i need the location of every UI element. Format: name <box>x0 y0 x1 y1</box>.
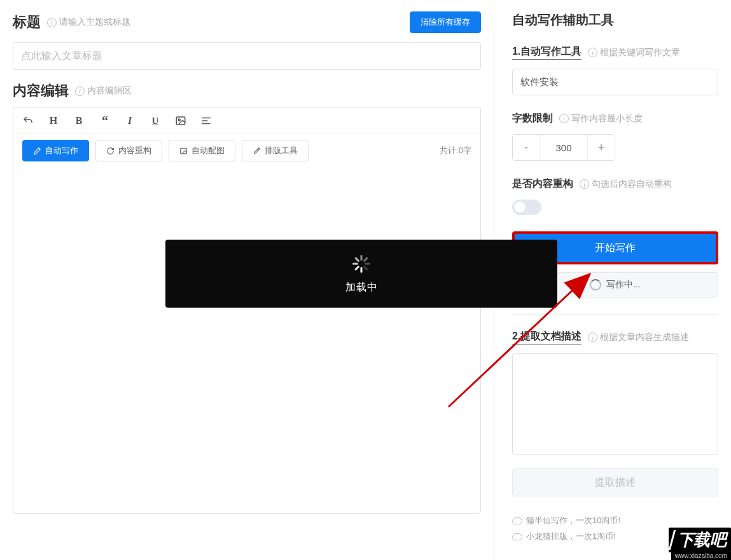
word-limit-label: 字数限制 <box>512 112 553 125</box>
cloud-icon <box>512 533 522 540</box>
loading-spinner-icon <box>590 279 601 290</box>
heading-icon[interactable]: H <box>48 115 59 126</box>
content-edit-hint: 内容编辑区 <box>75 85 132 97</box>
auto-image-button[interactable]: 自动配图 <box>169 140 235 161</box>
info-icon <box>559 114 569 123</box>
picture-icon <box>179 147 188 155</box>
info-icon <box>580 179 589 189</box>
article-title-input[interactable] <box>13 42 481 70</box>
divider <box>512 314 718 315</box>
content-rewrite-button[interactable]: 内容重构 <box>95 140 162 161</box>
info-icon <box>588 332 597 342</box>
pencil-icon <box>33 147 41 155</box>
loading-text: 加载中 <box>345 281 378 294</box>
title-hint: 请输入主题或标题 <box>47 17 130 28</box>
quote-icon[interactable]: “ <box>99 115 110 126</box>
increase-button[interactable]: + <box>588 135 615 160</box>
rewrite-toggle[interactable] <box>512 200 541 215</box>
undo-icon[interactable] <box>22 115 34 126</box>
align-left-icon[interactable] <box>200 115 212 126</box>
bold-icon[interactable]: B <box>73 115 85 126</box>
tools-icon <box>253 147 261 155</box>
word-limit-stepper: - + <box>512 134 615 161</box>
layout-tool-button[interactable]: 排版工具 <box>242 140 309 161</box>
info-icon <box>588 48 597 57</box>
section-1-label: 1.自动写作工具 <box>512 45 581 60</box>
decrease-button[interactable]: - <box>513 135 540 160</box>
editor-toolbar: H B “ I U <box>13 107 480 133</box>
editor-container: H B “ I U 自动写作 内容重构 <box>13 107 481 514</box>
svg-point-1 <box>178 119 180 121</box>
title-section-header: 标题 请输入主题或标题 清除所有缓存 <box>13 11 481 33</box>
word-limit-hint: 写作内容最小长度 <box>559 113 643 125</box>
word-count: 共计:0字 <box>440 145 471 156</box>
loading-spinner-icon <box>351 253 372 275</box>
info-icon <box>47 18 57 27</box>
italic-icon[interactable]: I <box>124 115 136 126</box>
content-edit-label: 内容编辑 <box>13 81 69 100</box>
underline-icon[interactable]: U <box>150 115 161 126</box>
side-panel-title: 自动写作辅助工具 <box>512 11 718 29</box>
editor-content-area[interactable] <box>13 168 480 498</box>
auto-write-button[interactable]: 自动写作 <box>22 140 89 161</box>
section-2-label: 2.提取文档描述 <box>512 330 581 345</box>
image-icon[interactable] <box>175 115 186 126</box>
description-textarea[interactable] <box>512 353 718 455</box>
section-1-hint: 根据关键词写作文章 <box>588 47 680 58</box>
site-watermark: 下载吧 www.xiazaiba.com <box>669 528 732 560</box>
extract-description-button[interactable]: 提取描述 <box>512 468 718 496</box>
section-2-hint: 根据文章内容生成描述 <box>588 332 689 343</box>
keyword-input[interactable] <box>512 69 718 95</box>
word-limit-input[interactable] <box>540 135 588 160</box>
rewrite-option-hint: 勾选后内容自动重构 <box>580 179 672 190</box>
title-label: 标题 <box>13 13 41 32</box>
loading-overlay: 加载中 <box>165 240 557 308</box>
rewrite-option-label: 是否内容重构 <box>512 177 573 191</box>
refresh-icon <box>106 147 115 155</box>
info-icon <box>75 86 85 96</box>
clear-cache-button[interactable]: 清除所有缓存 <box>410 11 481 33</box>
cloud-icon <box>512 517 522 524</box>
